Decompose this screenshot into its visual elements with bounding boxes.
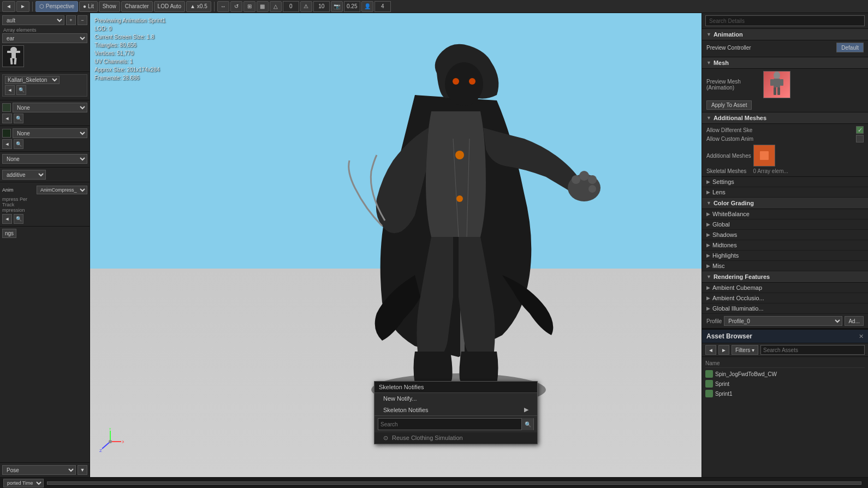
allow-custom-checkbox[interactable]: [856, 135, 864, 142]
character-figure: [306, 29, 606, 412]
ab-item-icon-0: [705, 370, 713, 378]
toolbar-move-btn[interactable]: ↔: [217, 1, 229, 12]
track-search-btn[interactable]: 🔍: [14, 214, 23, 224]
none2-search-btn[interactable]: 🔍: [14, 139, 23, 149]
ab-search-input[interactable]: [761, 347, 864, 353]
context-sub-item[interactable]: ⊙ Reuse Clothing Simulation: [374, 432, 537, 444]
addl-mesh-row: Additional Meshes: [706, 145, 864, 166]
anim-compress-select[interactable]: AnimCompress_: [37, 186, 87, 194]
anim-skeleton-select[interactable]: Kallari_Skeleton: [5, 76, 60, 84]
global-illumination-row[interactable]: ▶ Global Illuminatio...: [702, 303, 868, 314]
ab-item-2[interactable]: Sprint1: [705, 389, 865, 398]
toolbar-rotate-btn[interactable]: ↺: [230, 1, 242, 12]
anim-type-select[interactable]: ear: [2, 33, 87, 43]
tags-btn[interactable]: ngs: [2, 229, 16, 238]
global-illumination-arrow-icon: ▶: [706, 306, 710, 311]
anim-search-btn[interactable]: 🔍: [16, 85, 26, 95]
additional-meshes-field-label: Additional Meshes: [706, 153, 751, 159]
asset-browser-close-btn[interactable]: ✕: [859, 333, 864, 340]
skeleton-legs-left: [10, 57, 13, 64]
profile-add-btn[interactable]: Ad...: [845, 316, 864, 326]
right-scroll[interactable]: ▼ Animation Preview Controller Default ▼…: [702, 29, 868, 477]
toolbar-grid-btn[interactable]: ▦: [257, 1, 269, 12]
context-search-btn[interactable]: 🔍: [521, 418, 533, 430]
ambient-occlusion-row[interactable]: ▶ Ambient Occlusio...: [702, 293, 868, 303]
track-back-btn[interactable]: ◄: [2, 214, 12, 224]
none-select-2[interactable]: None: [13, 128, 87, 138]
ab-back-btn[interactable]: ◄: [705, 345, 716, 355]
settings-row[interactable]: ▶ Settings: [702, 177, 868, 187]
ambient-cubemap-row[interactable]: ▶ Ambient Cubemap: [702, 283, 868, 293]
blend-select[interactable]: additive: [2, 170, 46, 180]
anim-back-btn[interactable]: ◄: [5, 85, 15, 95]
toolbar-back-btn[interactable]: ◄: [2, 1, 15, 12]
filters-btn[interactable]: Filters ▾: [732, 345, 758, 355]
toolbar-snap-btn[interactable]: △: [270, 1, 282, 12]
ambient-cubemap-arrow-icon: ▶: [706, 285, 710, 290]
profile-label: Profile: [706, 318, 722, 324]
profile-select[interactable]: Profile_0: [724, 316, 842, 326]
color-grading-header[interactable]: ▼ Color Grading: [702, 198, 868, 209]
ab-forward-btn[interactable]: ►: [718, 345, 729, 355]
toolbar-scale-btn[interactable]: ▲ x0.5: [186, 1, 211, 12]
toolbar-show-btn[interactable]: Show: [99, 1, 120, 12]
none-row-3: None: [2, 154, 87, 164]
toolbar-sep-2: [214, 2, 215, 11]
preview-controller-row: Preview Controller Default: [706, 43, 864, 52]
uv-channels-text: UV Channels: 1: [94, 57, 165, 66]
default-select[interactable]: ault: [2, 15, 64, 25]
toolbar-perspective-btn[interactable]: ⬡ Perspective: [35, 1, 78, 12]
lens-row[interactable]: ▶ Lens: [702, 187, 868, 198]
pose-dropdown-btn[interactable]: ▼: [78, 465, 87, 475]
toolbar-character-btn[interactable]: Character: [121, 1, 153, 12]
context-search-input[interactable]: [378, 421, 521, 427]
default-btn[interactable]: Default: [836, 43, 864, 52]
viewport[interactable]: Previewing Animation Sprint1 LOD: 0 Curr…: [90, 13, 701, 477]
toolbar-camera-btn[interactable]: 📷: [331, 1, 343, 12]
none1-back-btn[interactable]: ◄: [2, 114, 12, 123]
blend-row: additive: [2, 170, 87, 180]
approx-size-text: Approx Size: 201x174x284: [94, 66, 165, 74]
global-row[interactable]: ▶ Global: [702, 219, 868, 230]
apply-to-asset-btn[interactable]: Apply To Asset: [706, 100, 752, 110]
toolbar-lod-btn[interactable]: LOD Auto: [154, 1, 185, 12]
settings-arrow-icon: ▶: [706, 179, 710, 185]
whitebalance-row[interactable]: ▶ WhiteBalance: [702, 209, 868, 219]
ab-item-1[interactable]: Sprint: [705, 379, 865, 389]
highlights-row[interactable]: ▶ Highlights: [702, 251, 868, 261]
scale-label: x0.5: [197, 3, 207, 9]
none-select-3[interactable]: None: [2, 154, 87, 164]
skeleton-arms: [7, 51, 20, 53]
allow-diff-checkbox[interactable]: ✓: [856, 126, 864, 134]
animation-section-header[interactable]: ▼ Animation: [702, 29, 868, 40]
mesh-thumb-inner: [764, 72, 790, 98]
ab-item-0[interactable]: Spin_JogFwdToBwd_CW: [705, 369, 865, 379]
midtones-row[interactable]: ▶ Midtones: [702, 240, 868, 251]
svg-point-7: [774, 72, 780, 79]
toolbar-warn-btn[interactable]: ⚠: [300, 1, 312, 12]
time-select[interactable]: ported Time: [3, 479, 44, 487]
context-item-new-notify[interactable]: New Notify...: [374, 393, 537, 404]
shadows-row[interactable]: ▶ Shadows: [702, 230, 868, 240]
left-minus-btn[interactable]: −: [78, 15, 87, 25]
none2-back-btn[interactable]: ◄: [2, 139, 12, 149]
toolbar-scale-btn2[interactable]: ⊞: [243, 1, 255, 12]
svg-text:Y: Y: [109, 428, 112, 431]
shadows-label: Shadows: [712, 231, 737, 238]
left-plus-btn[interactable]: +: [66, 15, 76, 25]
context-item-skeleton-notifies[interactable]: Skeleton Notifies ▶: [374, 404, 537, 415]
none1-search-btn[interactable]: 🔍: [14, 114, 23, 123]
toolbar-lit-btn[interactable]: ● Lit: [79, 1, 98, 12]
preview-controller-label: Preview Controller: [706, 45, 834, 51]
lens-label: Lens: [712, 189, 726, 195]
pose-select[interactable]: Pose: [2, 465, 76, 475]
misc-row[interactable]: ▶ Misc: [702, 261, 868, 271]
rendering-features-header[interactable]: ▼ Rendering Features: [702, 271, 868, 283]
additional-meshes-header[interactable]: ▼ Additional Meshes: [702, 112, 868, 124]
timeline-bar[interactable]: [47, 481, 861, 485]
asset-browser-header: Asset Browser ✕: [702, 330, 868, 343]
toolbar-users-btn[interactable]: 👤: [361, 1, 373, 12]
mesh-section-header[interactable]: ▼ Mesh: [702, 57, 868, 69]
toolbar-fwd-btn[interactable]: ►: [16, 1, 29, 12]
none-select-1[interactable]: None: [13, 103, 87, 112]
